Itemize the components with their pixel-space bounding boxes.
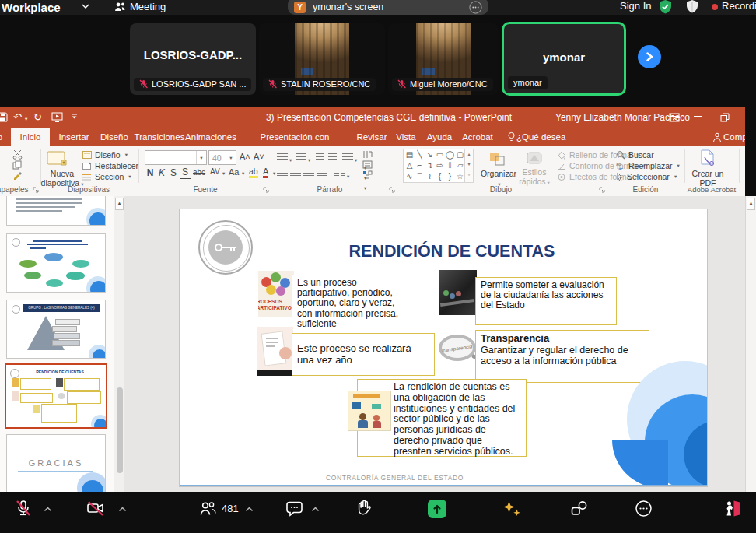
tab-archivo[interactable]: Archivo xyxy=(0,128,9,146)
undo-dropdown-arrow[interactable]: ▾ xyxy=(25,116,27,122)
slide-thumbnail-5[interactable]: GRACIAS xyxy=(6,434,106,492)
columns-button[interactable]: ▾ xyxy=(334,167,349,181)
participant-tile[interactable]: LOSRIOS-GADP... LOSRIOS-GADP SAN ... xyxy=(130,23,256,95)
mute-audio-icon[interactable] xyxy=(15,500,32,517)
scrollbar-thumb[interactable] xyxy=(117,387,123,473)
align-right-button[interactable] xyxy=(303,167,314,181)
tab-transiciones[interactable]: Transiciones xyxy=(134,128,185,146)
contraloria-logo[interactable] xyxy=(198,220,253,275)
textbox-evaluacion[interactable]: Permite someter a evaluación de la ciuda… xyxy=(475,277,617,325)
shield-icon[interactable] xyxy=(685,0,699,13)
slideshow-icon[interactable] xyxy=(51,112,64,123)
character-spacing-button[interactable]: AV xyxy=(210,167,220,176)
next-participants-button[interactable] xyxy=(638,45,661,68)
audio-options-caret[interactable] xyxy=(44,507,52,512)
paste-button[interactable]: Pegar xyxy=(0,172,11,181)
convert-smartart-button[interactable]: ▾ xyxy=(362,170,373,193)
tab-vista[interactable]: Vista xyxy=(390,128,422,146)
slide-thumbnail-1[interactable] xyxy=(6,196,106,226)
share-person-icon[interactable] xyxy=(712,132,722,142)
double-underline-button[interactable]: S xyxy=(180,167,191,179)
rendicion-cartoon-image[interactable] xyxy=(348,391,391,431)
bullets-button[interactable]: ▾ xyxy=(277,151,292,165)
participant-tile[interactable]: STALIN ROSERO/CNC xyxy=(259,23,385,95)
line-spacing-button[interactable]: ▾ xyxy=(342,151,357,165)
encryption-shield-icon[interactable] xyxy=(658,0,673,14)
tab-presentacion[interactable]: Presentación con diapositivas xyxy=(236,128,353,146)
sign-in-button[interactable]: Sign In xyxy=(620,0,651,12)
tell-me-box[interactable]: ¿Qué desea hacer? xyxy=(516,128,594,146)
layout-button[interactable]: Diseño▾ xyxy=(82,150,128,160)
recording-indicator[interactable]: Recording xyxy=(722,0,756,12)
minimize-icon[interactable] xyxy=(694,116,702,117)
tab-animaciones[interactable]: Animaciones xyxy=(185,128,236,146)
redo-button[interactable]: ↻ xyxy=(33,112,42,122)
shrink-font-button[interactable]: A˅ xyxy=(254,152,264,161)
more-icon[interactable] xyxy=(635,500,653,517)
slide-thumbnail-4-selected[interactable]: RENDICIÓN DE CUENTAS xyxy=(5,363,107,429)
apps-icon[interactable] xyxy=(570,500,588,517)
meeting-tab[interactable]: Meeting xyxy=(130,1,166,12)
evaluacion-image[interactable] xyxy=(439,270,477,315)
main-scrollbar[interactable]: ▴ xyxy=(745,196,756,492)
share-button[interactable]: Compartir xyxy=(723,128,745,146)
restore-icon[interactable] xyxy=(720,113,730,122)
quick-styles-button[interactable]: Estilos rápidos▾ xyxy=(516,168,552,186)
slide-title[interactable]: RENDICIÓN DE CUENTAS xyxy=(304,242,600,261)
new-slide-icon[interactable] xyxy=(47,150,67,167)
leave-icon[interactable] xyxy=(723,499,742,517)
text-highlight-button[interactable]: ab xyxy=(249,167,258,178)
font-name-combobox[interactable]: ▾ xyxy=(145,150,207,165)
cut-icon[interactable] xyxy=(12,149,23,160)
change-case-button[interactable]: Aa xyxy=(229,167,239,177)
arrange-icon[interactable] xyxy=(488,151,506,167)
font-dialog-launcher[interactable] xyxy=(263,187,269,193)
tab-diseno[interactable]: Diseño xyxy=(95,128,134,146)
tab-ayuda[interactable]: Ayuda xyxy=(422,128,457,146)
shapes-gallery[interactable]: ▤╲↘▭◯▢ △⌐↴⇨⇩▱ ∿⌒≀{}☆ xyxy=(403,149,466,183)
replace-button[interactable]: abacReemplazar▾ xyxy=(616,161,680,170)
textbox-proceso-participativo[interactable]: Es un proceso participativo, periódico, … xyxy=(292,275,411,321)
screen-share-pill[interactable]: Y ymonar's screen xyxy=(288,0,488,15)
scroll-up-button[interactable]: ▴ xyxy=(747,198,755,210)
align-center-button[interactable] xyxy=(290,167,301,181)
decrease-indent-button[interactable] xyxy=(316,151,324,165)
tab-inicio[interactable]: Inicio xyxy=(11,128,50,146)
slide-thumbnail-3[interactable]: GRUPO : LAS NORMAS GENERALES (4) xyxy=(6,300,106,359)
ai-companion-icon[interactable] xyxy=(501,500,523,518)
grow-font-button[interactable]: A˄ xyxy=(240,152,250,161)
chat-icon[interactable] xyxy=(285,500,304,517)
qat-customize-arrow[interactable] xyxy=(71,114,78,120)
undo-button[interactable]: ↶ xyxy=(13,112,22,122)
participant-tile-active[interactable]: ymonar ymonar xyxy=(502,22,626,96)
clipboard-dialog-launcher[interactable] xyxy=(33,187,39,193)
procesos-participativos-image[interactable]: PROCESOS PARTICIPATIVOS xyxy=(258,271,294,317)
font-size-combobox[interactable]: 40▾ xyxy=(208,150,236,165)
participant-tile[interactable]: Miguel Moreno/CNC xyxy=(388,23,499,95)
copy-icon[interactable] xyxy=(12,160,23,170)
drawing-dialog-launcher[interactable] xyxy=(599,187,605,193)
align-left-button[interactable] xyxy=(277,167,288,181)
stop-video-icon[interactable] xyxy=(86,500,105,517)
chevron-down-icon[interactable] xyxy=(81,3,90,9)
pill-more-icon[interactable] xyxy=(469,1,482,14)
proceso-image[interactable] xyxy=(257,327,293,376)
chat-options-caret[interactable] xyxy=(311,507,320,512)
reset-button[interactable]: Restablecer xyxy=(82,161,138,170)
textbox-proceso[interactable]: Este proceso se realizará una vez año xyxy=(292,333,435,376)
tab-insertar[interactable]: Insertar xyxy=(53,128,95,146)
justify-button[interactable] xyxy=(317,167,327,181)
panel-scrollbar[interactable]: ▴ xyxy=(114,196,124,492)
tab-revisar[interactable]: Revisar xyxy=(353,128,390,146)
participants-icon[interactable] xyxy=(198,500,218,517)
video-options-caret[interactable] xyxy=(118,507,127,512)
numbering-button[interactable]: ▾ xyxy=(296,151,310,165)
increase-indent-button[interactable] xyxy=(328,151,337,165)
slide-thumbnail-2[interactable] xyxy=(6,233,106,293)
section-button[interactable]: Sección▾ xyxy=(82,172,131,181)
share-screen-icon[interactable] xyxy=(428,500,446,518)
workspace-menu[interactable]: Workplace xyxy=(2,1,61,14)
slide-canvas[interactable]: RENDICIÓN DE CUENTAS PROCESOS PARTICIPAT… xyxy=(179,209,708,487)
shapes-scrollbar[interactable]: ▴▾▿ xyxy=(464,149,474,183)
create-pdf-icon[interactable] xyxy=(698,149,717,168)
